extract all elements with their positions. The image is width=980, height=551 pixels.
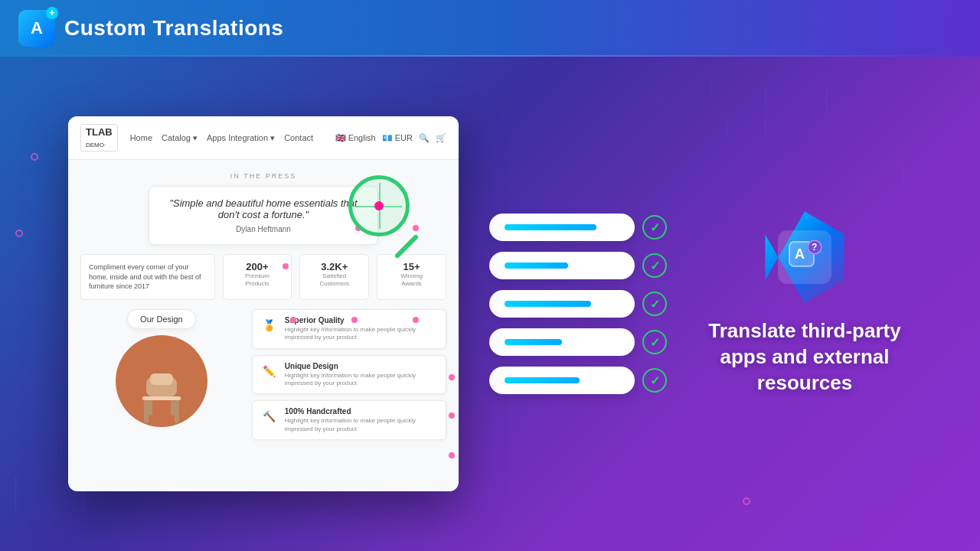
check-icon-1: ✓	[642, 215, 667, 240]
dot-2	[351, 317, 358, 323]
svg-rect-3	[144, 400, 149, 423]
header-bar: A + Custom Translations	[0, 0, 980, 57]
logo-letter: A	[31, 18, 43, 38]
browser-mockup: TLABDEMO· Home Catalog ▾ Apps Integratio…	[68, 116, 459, 491]
design-left: Our Design	[80, 309, 243, 440]
bar-container-1	[489, 214, 635, 241]
translation-bars: ✓ ✓ ✓ ✓ ✓	[489, 214, 667, 394]
feature-icon-3: 🔨	[260, 407, 279, 425]
check-icon-4: ✓	[642, 330, 667, 354]
nav-contact[interactable]: Contact	[284, 133, 313, 143]
browser-nav: TLABDEMO· Home Catalog ▾ Apps Integratio…	[68, 116, 459, 160]
press-quote-text: "Simple and beautiful home essentials th…	[165, 197, 362, 220]
press-quote-box: "Simple and beautiful home essentials th…	[149, 186, 378, 245]
svg-rect-0	[142, 396, 181, 400]
translation-row-4: ✓	[489, 328, 667, 356]
design-section: Our Design	[80, 309, 446, 440]
feature-card-2: ✏️ Unique Design Highlight key informati…	[252, 355, 446, 395]
feature-desc-1: Highlight key information to make people…	[285, 326, 438, 342]
dot-1	[290, 317, 296, 323]
dot-9	[413, 225, 419, 231]
translation-row-3: ✓	[489, 290, 667, 318]
logo-icon: A +	[18, 10, 55, 47]
bar-container-4	[489, 328, 635, 356]
chair-circle	[116, 335, 207, 427]
stat-item-2: 3.2K+ SatisfiedCustomers	[299, 254, 369, 300]
stat-number-3: 15+	[382, 261, 441, 272]
svg-rect-5	[149, 400, 152, 416]
feature-icon-2: ✏️	[260, 362, 279, 380]
check-icon-3: ✓	[642, 292, 667, 316]
design-right: 🏅 Superior Quality Highlight key informa…	[252, 309, 446, 440]
stat-number-2: 3.2K+	[305, 261, 364, 272]
stat-label-1: PremiumProducts	[228, 272, 287, 289]
bar-fill-5	[505, 377, 580, 383]
check-icon-2: ✓	[642, 253, 667, 278]
svg-text:?: ?	[812, 242, 817, 253]
translation-row-1: ✓	[489, 214, 667, 241]
svg-rect-2	[150, 373, 173, 385]
dot-6	[449, 452, 455, 458]
bar-fill-2	[505, 262, 568, 269]
design-title-badge: Our Design	[127, 309, 196, 329]
feature-title-3: 100% Handcrafted	[285, 407, 438, 416]
stat-item-1: 200+ PremiumProducts	[223, 254, 292, 300]
main-content: TLABDEMO· Home Catalog ▾ Apps Integratio…	[0, 57, 980, 551]
dot-5	[449, 412, 455, 419]
nav-apps[interactable]: Apps Integration ▾	[207, 133, 275, 143]
svg-rect-6	[171, 400, 175, 416]
browser-nav-right: 🇬🇧 English 💶 EUR 🔍 🛒	[335, 133, 446, 143]
chair-illustration	[127, 350, 196, 427]
nav-home[interactable]: Home	[130, 133, 152, 143]
check-icon-5: ✓	[642, 368, 667, 393]
nav-catalog[interactable]: Catalog ▾	[162, 133, 198, 143]
lang-selector[interactable]: 🇬🇧 English	[335, 133, 376, 143]
feature-icon-1: 🏅	[260, 316, 279, 334]
press-author: Dylan Heftmann	[165, 225, 362, 233]
app-icon-container: A ? Translate third-party apps and exter…	[697, 211, 912, 396]
tagline-text: Translate third-party apps and external …	[697, 318, 912, 396]
bar-container-5	[489, 367, 635, 394]
bar-fill-3	[505, 301, 591, 307]
translation-row-2: ✓	[489, 252, 667, 279]
bar-container-3	[489, 290, 635, 318]
currency-selector[interactable]: 💶 EUR	[382, 133, 413, 143]
dot-7	[283, 263, 289, 269]
logo-container: A + Custom Translations	[18, 10, 283, 47]
magnifier-circle	[348, 175, 410, 236]
feature-text-3: 100% Handcrafted Highlight key informati…	[285, 407, 438, 433]
browser-logo: TLABDEMO·	[80, 124, 118, 152]
logo-plus: +	[46, 7, 58, 19]
hex-inner: A ?	[778, 230, 831, 284]
cart-icon[interactable]: 🛒	[436, 133, 446, 143]
svg-rect-4	[175, 400, 179, 423]
feature-title-2: Unique Design	[285, 362, 438, 370]
hex-icon: A ?	[759, 211, 851, 303]
stat-label-2: SatisfiedCustomers	[305, 272, 364, 289]
page-title: Custom Translations	[64, 16, 283, 41]
magnifier-dot	[374, 201, 384, 210]
feature-desc-2: Highlight key information to make people…	[285, 372, 438, 388]
feature-card-1: 🏅 Superior Quality Highlight key informa…	[252, 309, 446, 349]
bar-fill-1	[505, 224, 596, 230]
app-symbol-svg: A ?	[786, 238, 824, 276]
dot-3	[413, 317, 419, 323]
dot-4	[449, 374, 455, 380]
stats-row: Compliment every corner of your home, in…	[80, 254, 446, 300]
magnifier	[348, 175, 410, 236]
svg-text:A: A	[795, 246, 805, 262]
stat-item-3: 15+ WinningAwards	[377, 254, 446, 300]
feature-desc-3: Highlight key information to make people…	[285, 417, 438, 433]
stat-label-3: WinningAwards	[382, 272, 441, 289]
bar-fill-4	[505, 339, 562, 345]
stat-number-1: 200+	[228, 261, 287, 272]
search-icon[interactable]: 🔍	[419, 133, 430, 143]
browser-nav-links: Home Catalog ▾ Apps Integration ▾ Contac…	[130, 133, 313, 143]
stats-description: Compliment every corner of your home, in…	[80, 254, 215, 300]
feature-card-3: 🔨 100% Handcrafted Highlight key informa…	[252, 400, 446, 440]
bar-container-2	[489, 252, 635, 279]
translation-row-5: ✓	[489, 367, 667, 394]
feature-text-2: Unique Design Highlight key information …	[285, 362, 438, 388]
